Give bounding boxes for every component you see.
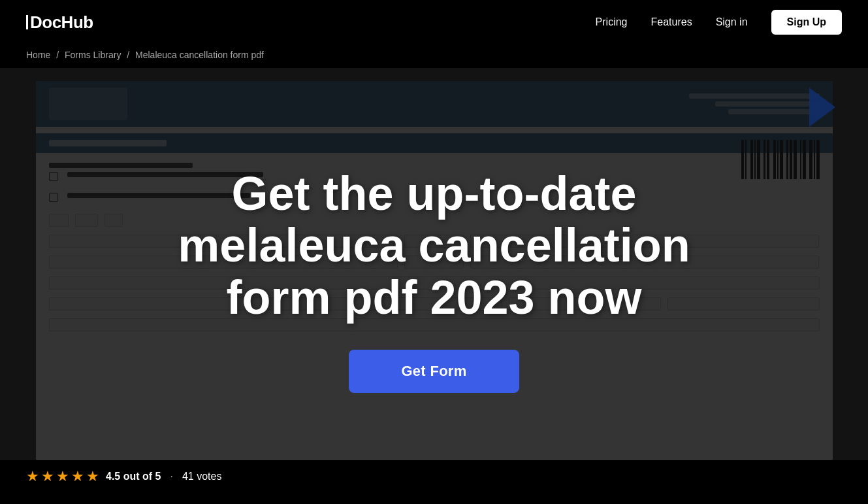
breadcrumb-sep-1: / <box>56 50 59 60</box>
hero-title: Get the up-to-date melaleuca cancellatio… <box>140 168 728 324</box>
nav-features[interactable]: Features <box>651 16 692 28</box>
main-nav: Pricing Features Sign in Sign Up <box>596 10 842 35</box>
star-1: ★ <box>26 468 39 485</box>
signup-button[interactable]: Sign Up <box>771 10 842 35</box>
hero-overlay: Get the up-to-date melaleuca cancellatio… <box>0 68 868 493</box>
logo[interactable]: DocHub <box>26 12 93 33</box>
breadcrumb-current: Melaleuca cancellation form pdf <box>135 50 264 60</box>
breadcrumb-sep-2: / <box>127 50 129 60</box>
rating-score: 4.5 out of 5 <box>106 471 161 482</box>
header: DocHub Pricing Features Sign in Sign Up <box>0 0 868 44</box>
star-half: ★ <box>86 468 99 485</box>
star-3: ★ <box>56 468 69 485</box>
nav-pricing[interactable]: Pricing <box>596 16 628 28</box>
rating-separator: · <box>170 471 172 482</box>
nav-signin[interactable]: Sign in <box>716 16 748 28</box>
star-rating: ★ ★ ★ ★ ★ <box>26 468 99 485</box>
rating-bar: ★ ★ ★ ★ ★ 4.5 out of 5 · 41 votes <box>0 460 868 493</box>
logo-text: DocHub <box>30 12 93 33</box>
breadcrumb: Home / Forms Library / Melaleuca cancell… <box>0 44 868 68</box>
breadcrumb-forms-library[interactable]: Forms Library <box>65 50 121 60</box>
logo-cursor <box>26 15 28 29</box>
get-form-button[interactable]: Get Form <box>349 350 519 393</box>
votes-count: 41 votes <box>182 471 221 482</box>
star-4: ★ <box>71 468 84 485</box>
breadcrumb-home[interactable]: Home <box>26 50 50 60</box>
star-2: ★ <box>41 468 54 485</box>
hero-section: Get the up-to-date melaleuca cancellatio… <box>0 68 868 493</box>
